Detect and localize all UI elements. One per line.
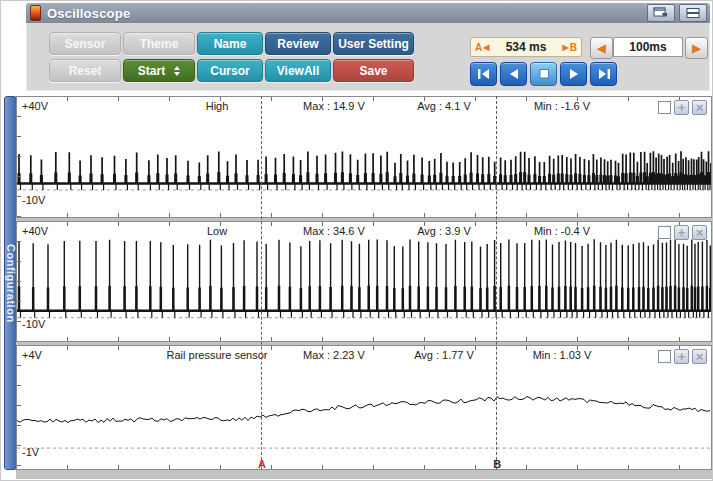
plus-icon: + <box>678 225 686 240</box>
ab-range-display: A◀ 534 ms ▶B <box>470 37 582 57</box>
channel-close-button[interactable]: × <box>692 349 707 364</box>
ab-range-value: 534 ms <box>506 40 547 54</box>
close-icon: × <box>696 100 704 115</box>
channel-panel-rail-pressure: +4V Rail pressure sensor Max : 2.23 V Av… <box>16 345 712 470</box>
user-setting-button[interactable]: User Setting <box>333 32 414 55</box>
cursor-b-tag: B <box>570 42 577 53</box>
avg-readout: Avg : 3.9 V <box>389 225 499 237</box>
max-readout: Max : 2.23 V <box>279 349 389 361</box>
bottom-ticks <box>17 465 711 469</box>
min-readout: Min : -1.6 V <box>507 100 617 112</box>
close-icon: × <box>696 225 704 240</box>
timebase-decrease-button[interactable]: ◀ <box>590 37 613 59</box>
left-ticks <box>17 222 21 341</box>
channel-checkbox[interactable] <box>658 226 671 239</box>
channel-name: High <box>132 100 302 112</box>
channel-panel-low: +40V Low Max : 34.6 V Avg : 3.9 V Min : … <box>16 221 712 342</box>
toolbar: Sensor Theme Name Review User Setting Re… <box>26 23 710 91</box>
plus-icon: + <box>678 100 686 115</box>
bottom-ticks <box>17 337 711 341</box>
channel-panels: +40V High Max : 14.9 V Avg : 4.1 V Min :… <box>16 96 712 479</box>
bottom-voltage-label: -1V <box>22 446 39 458</box>
plus-icon: + <box>678 349 686 364</box>
reset-button[interactable]: Reset <box>49 59 121 82</box>
skip-to-start-button[interactable] <box>470 62 497 86</box>
shade-icon <box>685 7 701 19</box>
channel-zoom-button[interactable]: + <box>674 100 689 115</box>
avg-readout: Avg : 4.1 V <box>389 100 499 112</box>
timebase-increase-button[interactable]: ▶ <box>685 37 708 59</box>
left-arrow-icon: ◀ <box>597 42 605 55</box>
start-spinner-icon <box>174 66 180 76</box>
theme-button[interactable]: Theme <box>123 32 195 55</box>
channel-zoom-button[interactable]: + <box>674 225 689 240</box>
min-readout: Min : -0.4 V <box>507 225 617 237</box>
waveform-high <box>17 97 711 217</box>
oscilloscope-app: Oscilloscope Sensor Theme Name Review Us… <box>0 0 713 481</box>
timebase-display: 100ms <box>613 37 683 57</box>
channel-checkbox[interactable] <box>658 350 671 363</box>
stop-button[interactable] <box>530 62 557 86</box>
left-ticks <box>17 346 21 469</box>
channel-zoom-button[interactable]: + <box>674 349 689 364</box>
review-button[interactable]: Review <box>265 32 331 55</box>
max-readout: Max : 14.9 V <box>279 100 389 112</box>
channel-name: Low <box>132 225 302 237</box>
waveform-rail-pressure <box>17 346 711 469</box>
cursor-a-label: A <box>258 458 266 470</box>
popout-icon <box>653 7 669 19</box>
top-voltage-label: +40V <box>22 225 48 237</box>
max-readout: Max : 34.6 V <box>279 225 389 237</box>
waveform-low <box>17 222 711 341</box>
cursor-b-line[interactable]: B <box>496 96 497 470</box>
skip-start-icon <box>476 67 492 81</box>
play-backward-icon <box>506 67 522 81</box>
save-button[interactable]: Save <box>333 59 414 82</box>
b-right-arrow-icon: ▶ <box>563 43 569 52</box>
bottom-ticks <box>17 213 711 217</box>
cursor-button[interactable]: Cursor <box>197 59 263 82</box>
channel-close-button[interactable]: × <box>692 100 707 115</box>
bottom-voltage-label: -10V <box>22 194 45 206</box>
sensor-button[interactable]: Sensor <box>49 32 121 55</box>
app-icon <box>30 5 41 21</box>
play-button[interactable] <box>560 62 587 86</box>
step-back-button[interactable] <box>500 62 527 86</box>
top-voltage-label: +4V <box>22 349 42 361</box>
channel-close-button[interactable]: × <box>692 225 707 240</box>
skip-end-icon <box>596 67 612 81</box>
top-voltage-label: +40V <box>22 100 48 112</box>
transport-controls <box>470 62 617 86</box>
viewall-button[interactable]: ViewAll <box>265 59 331 82</box>
scope-area: Configuration +40V High Max : 14.9 V Avg… <box>3 93 710 478</box>
skip-to-end-button[interactable] <box>590 62 617 86</box>
a-left-arrow-icon: ◀ <box>483 43 489 52</box>
cursor-a-tag: A <box>475 42 482 53</box>
channel-panel-high: +40V High Max : 14.9 V Avg : 4.1 V Min :… <box>16 96 712 218</box>
channel-checkbox[interactable] <box>658 101 671 114</box>
name-button[interactable]: Name <box>197 32 263 55</box>
cursor-b-label: B <box>493 458 501 470</box>
window-shade-button[interactable] <box>679 4 707 22</box>
right-arrow-icon: ▶ <box>692 42 700 55</box>
close-icon: × <box>696 349 704 364</box>
avg-readout: Avg : 1.77 V <box>389 349 499 361</box>
title-bar[interactable]: Oscilloscope <box>26 3 710 23</box>
window-title: Oscilloscope <box>47 6 130 21</box>
window-popout-button[interactable] <box>647 4 675 22</box>
bottom-voltage-label: -10V <box>22 318 45 330</box>
configuration-tab-label: Configuration <box>5 244 17 323</box>
channel-name: Rail pressure sensor <box>132 349 302 361</box>
start-button[interactable]: Start <box>123 59 195 82</box>
left-ticks <box>17 97 21 217</box>
play-forward-icon <box>566 67 582 81</box>
stop-icon <box>536 67 552 81</box>
cursor-a-line[interactable]: A <box>261 96 262 470</box>
min-readout: Min : 1.03 V <box>507 349 617 361</box>
